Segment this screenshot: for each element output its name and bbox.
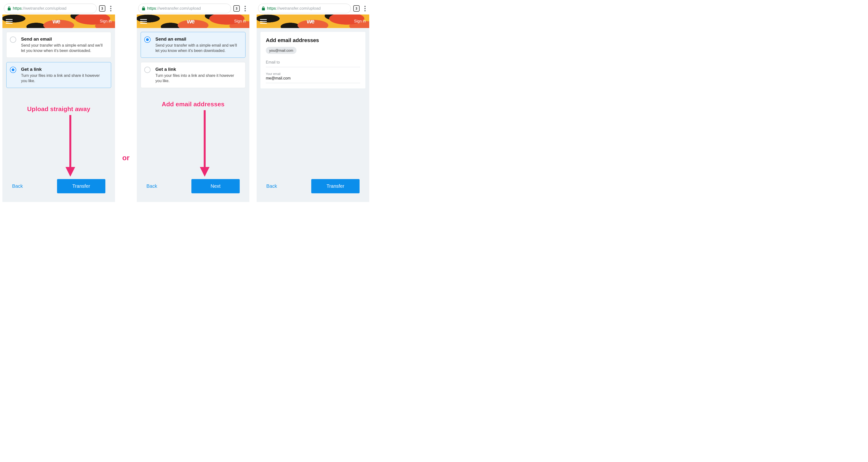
option-get-link[interactable]: Get a link Turn your files into a link a… (141, 62, 246, 88)
radio-icon[interactable] (144, 36, 151, 43)
url-text: https://wetransfer.com/upload (147, 6, 201, 11)
footer-actions: Back Next (141, 177, 246, 198)
back-button[interactable]: Back (12, 183, 23, 189)
form-heading: Add email addresses (266, 37, 360, 43)
email-to-field[interactable]: Email to (266, 58, 360, 67)
annotation-or: or (122, 154, 129, 162)
option-title: Send an email (155, 36, 241, 42)
lock-icon (7, 6, 11, 10)
url-text: https://wetransfer.com/upload (267, 6, 321, 11)
your-email-field[interactable]: Your email me@mail.com (266, 70, 360, 83)
field-label: Your email (266, 72, 360, 75)
browser-menu-icon[interactable] (362, 6, 368, 11)
menu-icon[interactable] (6, 19, 12, 24)
app-banner: we Sign in (2, 14, 115, 28)
sign-in-link[interactable]: Sign in (100, 19, 112, 24)
svg-marker-1 (65, 167, 75, 177)
option-desc: Turn your files into a link and share it… (21, 73, 106, 83)
field-placeholder: Email to (266, 60, 360, 64)
app-body: Add email addresses you@mail.com Email t… (257, 28, 369, 202)
option-title: Get a link (155, 67, 241, 72)
email-form-card: Add email addresses you@mail.com Email t… (260, 32, 365, 88)
url-text: https://wetransfer.com/upload (13, 6, 66, 11)
annotation-label: Upload straight away (2, 105, 115, 113)
screen-send-email: https://wetransfer.com/upload 3 we Sign … (137, 2, 249, 202)
next-button[interactable]: Next (191, 179, 240, 193)
screen-add-emails: https://wetransfer.com/upload 3 we Sign … (257, 2, 369, 202)
field-value: me@mail.com (266, 76, 360, 81)
radio-icon[interactable] (10, 36, 16, 43)
app-banner: we Sign in (137, 14, 249, 28)
tab-count-badge[interactable]: 3 (353, 5, 360, 11)
option-send-email[interactable]: Send an email Send your transfer with a … (6, 32, 111, 58)
option-desc: Send your transfer with a simple email a… (155, 43, 241, 53)
footer-actions: Back Transfer (6, 177, 111, 198)
menu-icon[interactable] (260, 19, 267, 24)
option-desc: Turn your files into a link and share it… (155, 73, 241, 83)
annotation-label: Add email addresses (137, 100, 249, 108)
wetransfer-logo: we (53, 18, 60, 25)
browser-address-row: https://wetransfer.com/upload 3 (137, 2, 249, 14)
browser-menu-icon[interactable] (242, 6, 248, 11)
tab-count-badge[interactable]: 3 (234, 5, 240, 11)
option-title: Get a link (21, 67, 106, 72)
radio-icon[interactable] (144, 67, 151, 73)
recipient-chip[interactable]: you@mail.com (266, 47, 297, 54)
app-banner: we Sign in (257, 14, 369, 28)
option-desc: Send your transfer with a simple email a… (21, 43, 106, 53)
footer-actions: Back Transfer (260, 177, 365, 198)
annotation-arrow-icon (63, 115, 78, 178)
option-send-email[interactable]: Send an email Send your transfer with a … (141, 32, 246, 58)
address-bar[interactable]: https://wetransfer.com/upload (4, 4, 97, 13)
sign-in-link[interactable]: Sign in (234, 19, 246, 24)
lock-icon (262, 6, 265, 10)
wetransfer-logo: we (307, 18, 314, 25)
wetransfer-logo: we (187, 18, 194, 25)
screen-get-link: https://wetransfer.com/upload 3 we Sign … (2, 2, 115, 202)
browser-menu-icon[interactable] (108, 6, 114, 11)
address-bar[interactable]: https://wetransfer.com/upload (258, 4, 351, 13)
app-body: Send an email Send your transfer with a … (137, 28, 249, 202)
option-title: Send an email (21, 36, 106, 42)
back-button[interactable]: Back (266, 183, 277, 189)
browser-address-row: https://wetransfer.com/upload 3 (257, 2, 369, 14)
address-bar[interactable]: https://wetransfer.com/upload (138, 4, 231, 13)
transfer-button[interactable]: Transfer (57, 179, 105, 193)
tab-count-badge[interactable]: 3 (99, 5, 105, 11)
transfer-button[interactable]: Transfer (311, 179, 360, 193)
back-button[interactable]: Back (147, 183, 157, 189)
option-get-link[interactable]: Get a link Turn your files into a link a… (6, 62, 111, 88)
sign-in-link[interactable]: Sign in (354, 19, 366, 24)
menu-icon[interactable] (140, 19, 147, 24)
radio-icon[interactable] (10, 67, 16, 73)
lock-icon (142, 6, 145, 10)
annotation-arrow-icon (197, 110, 212, 178)
app-body: Send an email Send your transfer with a … (2, 28, 115, 202)
browser-address-row: https://wetransfer.com/upload 3 (2, 2, 115, 14)
svg-marker-3 (200, 167, 210, 177)
